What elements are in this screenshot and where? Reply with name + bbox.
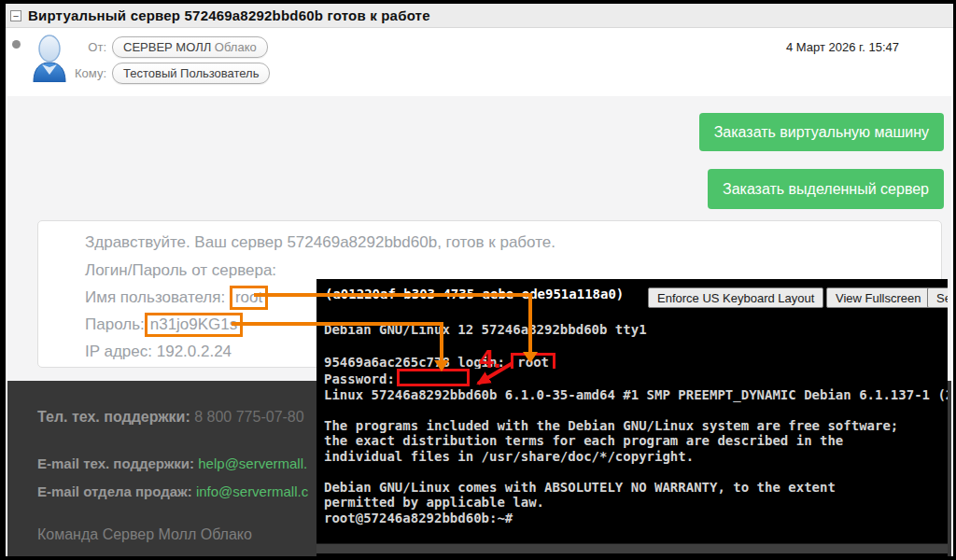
sender-suffix: Облако [215, 40, 257, 54]
support-email-link[interactable]: help@servermall. [198, 455, 307, 471]
terminal-line: permitted by applicable law. [324, 495, 948, 511]
vnc-console-window[interactable]: (a01220af-b303-4735-aebe-ede951a118a0) E… [316, 279, 948, 556]
support-email-label: E-mail тех. поддержки: [37, 455, 194, 471]
email-date: 4 Март 2026 г. 15:47 [786, 40, 899, 54]
terminal-line: Debian GNU/Linux comes with ABSOLUTELY N… [324, 480, 948, 496]
login-user-value: root [517, 355, 549, 369]
credentials-intro: Логин/Пароль от сервера: [85, 261, 276, 280]
ip-value: 192.0.2.24 [157, 343, 232, 360]
from-label: От: [6, 40, 106, 54]
terminal-line [324, 402, 948, 418]
recipient-chip[interactable]: Тестовый Пользователь [112, 63, 270, 84]
sender-chip[interactable]: СЕРВЕР МОЛЛ Облако [112, 36, 268, 58]
terminal-line: individual files in /usr/share/doc/*/cop… [324, 449, 948, 465]
password-entry-red-box [397, 369, 470, 386]
username-line: Имя пользователя: root [85, 288, 268, 307]
terminal-line [324, 338, 948, 354]
username-label: Имя пользователя: [85, 288, 225, 306]
terminal-line: the exact distribution terms for each pr… [324, 433, 948, 449]
ip-line: IP адрес: 192.0.2.24 [85, 343, 232, 361]
terminal-password-line: Password: [324, 369, 948, 387]
ip-label: IP адрес: [85, 343, 152, 360]
email-subject: Виртуальный сервер 572469a8292bbd60b гот… [28, 7, 430, 23]
sender-name: СЕРВЕР МОЛЛ [123, 40, 211, 54]
order-dedicated-button[interactable]: Заказать выделенный сервер [708, 169, 944, 209]
terminal-horizontal-scrollbar[interactable] [316, 543, 948, 553]
order-vm-button[interactable]: Заказать виртуальную машину [699, 113, 944, 151]
sales-email-link[interactable]: info@servermall.c [196, 483, 308, 499]
terminal-line: Debian GNU/Linux 12 57246a8292bbd60b tty… [324, 322, 948, 338]
username-highlight-box: root [230, 286, 268, 310]
email-subject-bar: − Виртуальный сервер 572469a8292bbd60b г… [6, 4, 953, 28]
send-keys-button[interactable]: Send [927, 287, 948, 308]
terminal-line: The programs included with the Debian GN… [324, 418, 948, 434]
terminal-login-line: 95469a6ac265c778 login: root [324, 353, 948, 369]
terminal-line: Linux 57246a8292bbd60b 6.1.0-35-amd64 #1… [324, 387, 948, 403]
collapse-icon[interactable]: − [10, 10, 21, 21]
login-prompt: 95469a6ac265c778 login: [324, 355, 513, 369]
console-title: (a01220af-b303-4735-aebe-ede951a118a0) [325, 287, 624, 301]
password-prompt: Password: [324, 371, 395, 386]
terminal-screen[interactable]: Debian GNU/Linux 12 57246a8292bbd60b tty… [324, 322, 948, 525]
login-user-red-box: root [511, 353, 555, 369]
signature-text: Команда Сервер Молл Облако [37, 526, 252, 543]
password-highlight-box: n31jo9KG1s [145, 313, 244, 337]
sales-email-label: E-mail отдела продаж: [37, 483, 192, 499]
phone-value: 8 800 775-07-80 [194, 409, 303, 425]
password-value: n31jo9KG1s [150, 315, 238, 333]
to-label: Кому: [6, 66, 106, 80]
password-label: Пароль: [85, 315, 145, 333]
enforce-keyboard-button[interactable]: Enforce US Keyboard Layout [648, 287, 823, 308]
password-line: Пароль:n31jo9KG1s [85, 315, 243, 334]
view-fullscreen-button[interactable]: View Fullscreen [826, 287, 931, 308]
username-value: root [235, 288, 262, 306]
email-header: От: СЕРВЕР МОЛЛ Облако Кому: Тестовый По… [6, 29, 953, 96]
terminal-prompt-line: root@57246a8292bbd60b:~# [324, 511, 948, 526]
terminal-line [324, 464, 948, 480]
phone-label: Тел. тех. поддержки: [37, 409, 190, 425]
greeting-text: Здравствуйте. Ваш сервер 572469a8292bbd6… [85, 233, 555, 252]
